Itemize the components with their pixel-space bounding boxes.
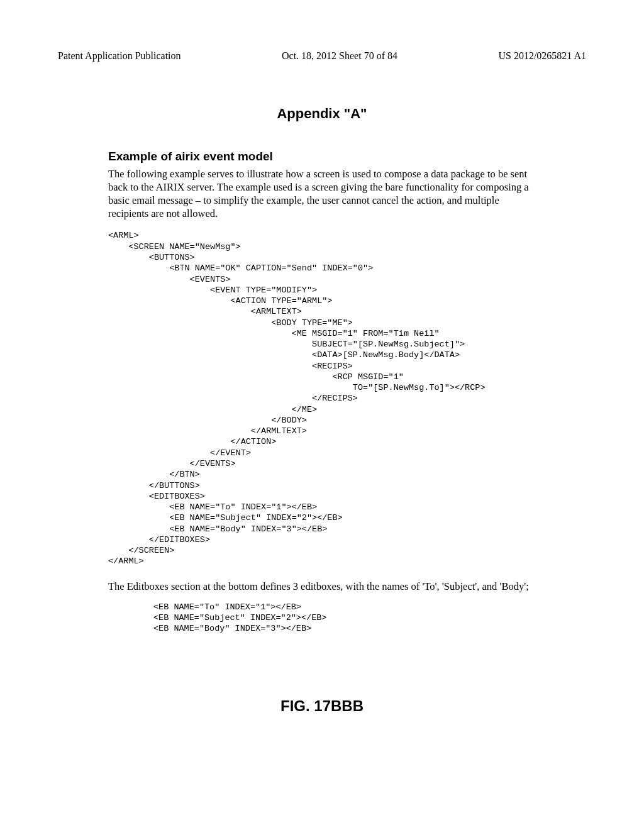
page-content: Appendix "A" Example of airix event mode…	[0, 62, 644, 715]
intro-paragraph: The following example serves to illustra…	[108, 167, 536, 220]
header-center: Oct. 18, 2012 Sheet 70 of 84	[282, 50, 397, 62]
section-heading: Example of airix event model	[108, 150, 536, 163]
header-left: Patent Application Publication	[58, 50, 181, 62]
page-header: Patent Application Publication Oct. 18, …	[0, 0, 644, 62]
code-block-editboxes: <EB NAME="To" INDEX="1"></EB> <EB NAME="…	[153, 602, 536, 634]
appendix-title: Appendix "A"	[108, 106, 536, 122]
figure-label: FIG. 17BBB	[108, 697, 536, 715]
header-right: US 2012/0265821 A1	[498, 50, 586, 62]
mid-paragraph: The Editboxes section at the bottom defi…	[108, 580, 536, 593]
code-block-main: <ARML> <SCREEN NAME="NewMsg"> <BUTTONS> …	[108, 230, 536, 567]
